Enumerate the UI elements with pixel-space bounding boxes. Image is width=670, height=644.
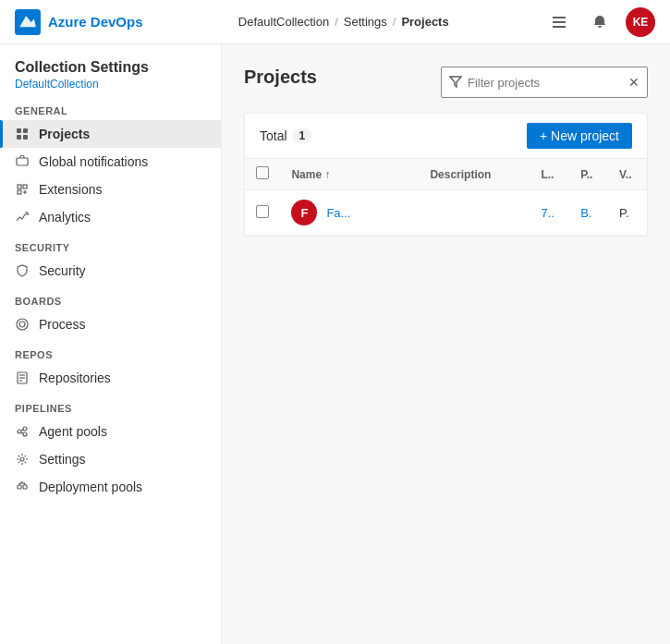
breadcrumb-item-2[interactable]: Settings [344, 15, 387, 29]
breadcrumb-item-3[interactable]: Projects [401, 15, 448, 29]
sidebar-item-security[interactable]: Security [0, 257, 221, 285]
repo-icon [15, 371, 30, 385]
svg-rect-10 [23, 185, 27, 188]
svg-line-22 [21, 432, 23, 433]
svg-rect-6 [17, 135, 21, 140]
col-header-v: V.. [608, 159, 647, 190]
table-header-row: Name ↑ Description L.. P.. V.. [245, 159, 647, 190]
filter-clear-icon[interactable]: ✕ [628, 75, 640, 90]
sidebar-item-projects[interactable]: Projects [0, 120, 221, 148]
row-checkbox[interactable] [256, 205, 269, 218]
row-col5-cell: P. [608, 190, 647, 236]
sidebar-item-extensions[interactable]: Extensions [0, 176, 221, 203]
notifications-icon-btn[interactable] [585, 7, 615, 37]
select-all-checkbox[interactable] [256, 166, 269, 179]
gear-icon [15, 452, 30, 467]
shield-icon [15, 263, 30, 278]
sidebar-item-label-repositories: Repositories [39, 371, 111, 385]
svg-line-21 [21, 430, 23, 431]
svg-rect-9 [18, 185, 21, 188]
notification-icon [15, 154, 30, 169]
projects-toolbar: Total 1 + New project [245, 114, 647, 159]
sidebar-item-label-agent-pools: Agent pools [39, 424, 107, 439]
col-header-description[interactable]: Description [419, 159, 530, 190]
svg-point-18 [18, 430, 21, 433]
page-header: Projects ✕ [244, 67, 648, 98]
svg-rect-3 [553, 26, 566, 28]
sidebar-subtitle[interactable]: DefaultCollection [15, 78, 206, 91]
svg-rect-5 [23, 128, 28, 133]
sidebar-item-label-security: Security [39, 263, 86, 278]
sidebar: Collection Settings DefaultCollection Ge… [0, 44, 222, 644]
svg-point-13 [17, 319, 28, 330]
extension-icon [15, 182, 30, 197]
svg-rect-4 [17, 128, 21, 133]
app-logo[interactable]: Azure DevOps [15, 9, 143, 35]
project-name-link[interactable]: Fa... [326, 206, 350, 220]
svg-rect-7 [23, 135, 28, 140]
total-count-badge: 1 [293, 128, 312, 143]
user-avatar[interactable]: KE [626, 7, 655, 37]
filter-box[interactable]: ✕ [441, 67, 648, 98]
projects-panel: Total 1 + New project Name ↑ [244, 113, 648, 237]
row-name-cell: F Fa... [280, 190, 419, 236]
analytics-icon [15, 210, 30, 225]
svg-rect-1 [553, 17, 566, 18]
svg-marker-30 [450, 77, 461, 87]
top-nav-actions: KE [544, 7, 655, 37]
sidebar-item-label-notifications: Global notifications [39, 154, 148, 169]
col-header-name[interactable]: Name ↑ [280, 159, 419, 190]
breadcrumb: DefaultCollection / Settings / Projects [151, 15, 537, 29]
sidebar-item-process[interactable]: Process [0, 310, 221, 338]
sidebar-item-agent-pools[interactable]: Agent pools [0, 418, 221, 445]
svg-point-12 [19, 322, 25, 327]
svg-rect-11 [18, 190, 21, 194]
azure-devops-logo-icon [15, 9, 41, 35]
sidebar-item-label-projects: Projects [39, 127, 90, 141]
svg-rect-2 [553, 21, 566, 23]
list-icon [552, 15, 566, 30]
total-label: Total 1 [260, 128, 311, 143]
sidebar-item-global-notifications[interactable]: Global notifications [0, 148, 221, 176]
row-checkbox-cell[interactable] [245, 190, 280, 236]
sidebar-item-label-extensions: Extensions [39, 182, 102, 197]
filter-projects-input[interactable] [468, 76, 623, 90]
projects-table: Name ↑ Description L.. P.. V.. [245, 159, 647, 236]
top-navbar: Azure DevOps DefaultCollection / Setting… [0, 0, 670, 44]
sidebar-item-deployment-pools[interactable]: Deployment pools [0, 473, 221, 501]
breadcrumb-sep-2: / [393, 15, 396, 29]
breadcrumb-sep-1: / [335, 15, 338, 29]
svg-rect-25 [23, 485, 27, 489]
row-col4-cell: B. [569, 190, 608, 236]
new-project-button[interactable]: + New project [527, 123, 632, 149]
app-name: Azure DevOps [48, 14, 143, 30]
section-label-repos: Repos [0, 338, 221, 364]
breadcrumb-item-1[interactable]: DefaultCollection [238, 15, 329, 29]
process-icon [15, 317, 30, 332]
main-layout: Collection Settings DefaultCollection Ge… [0, 44, 670, 644]
row-description-cell [419, 190, 530, 236]
sidebar-title: Collection Settings [15, 59, 206, 76]
agent-icon [15, 424, 30, 439]
sidebar-item-analytics[interactable]: Analytics [0, 203, 221, 231]
col-header-l: L.. [530, 159, 569, 190]
bell-icon [592, 15, 607, 30]
col-header-checkbox [245, 159, 280, 190]
sidebar-header: Collection Settings DefaultCollection [0, 44, 221, 94]
section-label-security: Security [0, 231, 221, 257]
sidebar-item-repositories[interactable]: Repositories [0, 364, 221, 392]
filter-icon [449, 75, 462, 91]
section-label-pipelines: Pipelines [0, 392, 221, 418]
page-title: Projects [244, 67, 317, 88]
table-row: F Fa... 7.. B. P. [245, 190, 647, 236]
svg-rect-24 [18, 485, 21, 489]
col-header-p: P.. [569, 159, 608, 190]
deploy-icon [15, 480, 30, 494]
section-label-general: General [0, 94, 221, 120]
sidebar-item-settings[interactable]: Settings [0, 445, 221, 473]
row-col3-cell: 7.. [530, 190, 569, 236]
sidebar-item-label-analytics: Analytics [39, 210, 91, 225]
list-view-icon-btn[interactable] [544, 7, 574, 37]
svg-point-19 [23, 427, 27, 431]
svg-point-23 [20, 457, 24, 461]
